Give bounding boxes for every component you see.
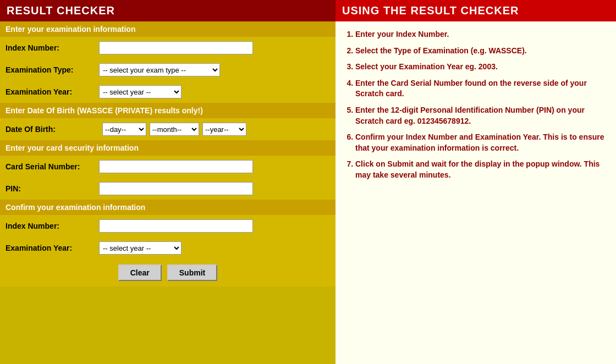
right-content: Enter your Index Number. Select the Type…	[336, 21, 616, 194]
dob-row: Date Of Birth: --day-- --month-- --year-…	[0, 118, 336, 140]
pin-row: PIN:	[0, 178, 336, 200]
confirm-year-label: Examination Year:	[6, 244, 99, 252]
dob-day-select[interactable]: --day--	[102, 123, 146, 136]
instruction-3: Select your Examination Year eg. 2003.	[355, 62, 607, 73]
section2-header: Enter Date Of Birth (WASSCE (PRIVATE) re…	[0, 103, 336, 118]
confirm-index-row: Index Number:	[0, 215, 336, 237]
right-title: USING THE RESULT CHECKER	[342, 4, 519, 16]
dob-selects: --day-- --month-- --year--	[102, 123, 246, 136]
right-header: USING THE RESULT CHECKER	[336, 0, 616, 21]
exam-type-select[interactable]: -- select your exam type --	[99, 63, 220, 76]
instruction-2: Select the Type of Examination (e.g. WAS…	[355, 46, 607, 57]
instructions-list: Enter your Index Number. Select the Type…	[344, 29, 607, 181]
left-header: RESULT CHECKER	[0, 0, 336, 21]
instruction-6: Confirm your Index Number and Examinatio…	[355, 132, 607, 153]
section1-header: Enter your examination information	[0, 21, 336, 37]
confirm-year-row: Examination Year: -- select year --	[0, 237, 336, 259]
dob-year-select[interactable]: --year--	[202, 123, 246, 136]
confirm-year-select[interactable]: -- select year --	[99, 241, 182, 255]
index-number-label: Index Number:	[6, 43, 99, 52]
pin-input[interactable]	[99, 182, 253, 195]
pin-label: PIN:	[6, 184, 99, 193]
section3-header: Enter your card security information	[0, 140, 336, 156]
clear-button[interactable]: Clear	[118, 264, 162, 281]
dob-month-select[interactable]: --month--	[150, 123, 199, 136]
right-panel: USING THE RESULT CHECKER Enter your Inde…	[336, 0, 616, 364]
index-number-row: Index Number:	[0, 37, 336, 59]
left-title: RESULT CHECKER	[7, 4, 115, 16]
submit-button[interactable]: Submit	[167, 264, 217, 281]
confirm-index-input[interactable]	[99, 219, 253, 233]
instruction-5: Enter the 12-digit Personal Identificati…	[355, 105, 607, 126]
exam-year-label: Examination Year:	[6, 87, 99, 96]
confirm-index-label: Index Number:	[6, 222, 99, 230]
section4-header: Confirm your examination information	[0, 200, 336, 215]
card-serial-input[interactable]	[99, 160, 253, 173]
exam-type-row: Examination Type: -- select your exam ty…	[0, 59, 336, 81]
button-row: Clear Submit	[0, 259, 336, 286]
exam-year-row: Examination Year: -- select year --	[0, 81, 336, 103]
card-serial-row: Card Serial Number:	[0, 156, 336, 178]
left-panel: RESULT CHECKER Enter your examination in…	[0, 0, 336, 364]
card-serial-label: Card Serial Number:	[6, 162, 99, 171]
index-number-input[interactable]	[99, 41, 253, 54]
instruction-1: Enter your Index Number.	[355, 29, 607, 40]
dob-label: Date Of Birth:	[6, 125, 99, 134]
exam-year-select[interactable]: -- select year --	[99, 85, 182, 98]
exam-type-label: Examination Type:	[6, 65, 99, 74]
instruction-4: Enter the Card Serial Number found on th…	[355, 78, 607, 100]
instruction-7: Click on Submit and wait for the display…	[355, 159, 607, 180]
